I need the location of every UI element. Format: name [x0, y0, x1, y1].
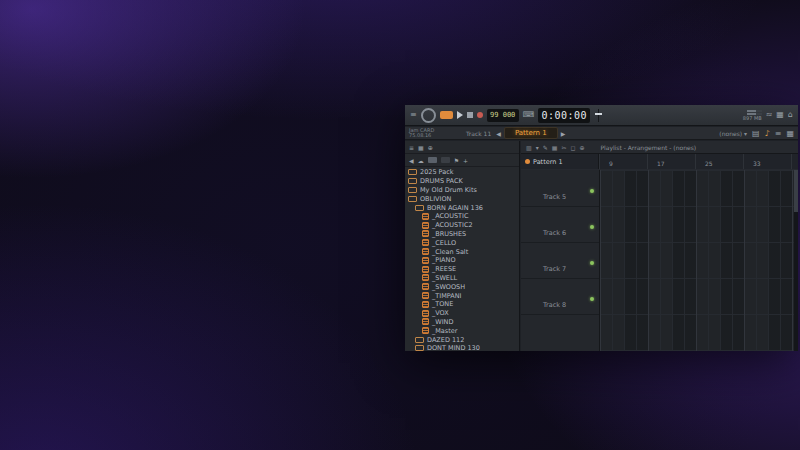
browser-item[interactable]: _Clean Salt — [405, 247, 519, 256]
timeline-ruler[interactable]: 9172533 — [599, 154, 798, 169]
track-name: Track 6 — [543, 229, 566, 237]
browser-item-label: _SWOOSH — [432, 283, 465, 291]
track-active-dot[interactable] — [590, 225, 594, 229]
playlist-menu-icon[interactable]: ▾ — [536, 144, 539, 151]
clip-source-icon[interactable]: ▥ — [526, 144, 532, 151]
browser-item[interactable]: _TONE — [405, 300, 519, 309]
browser-plus-icon[interactable]: + — [463, 157, 468, 164]
browser-item-label: _ACOUSTIC2 — [432, 221, 473, 229]
pattern-chip[interactable]: Pattern 1 — [521, 154, 599, 169]
browser-panel: ≡ ▦ ⊕ ◀ ☁ ⚑ + 2025 PackDRUMS PACKMy Old … — [405, 141, 520, 351]
ruler-number: 9 — [609, 160, 613, 167]
browser-grid-icon[interactable]: ▦ — [418, 144, 424, 151]
time-display[interactable]: 0:00:00 — [538, 108, 590, 123]
browser-item[interactable]: _REESE — [405, 265, 519, 274]
zoom-tool-icon[interactable]: ⊕ — [579, 144, 584, 151]
browser-item[interactable]: _ACOUSTIC — [405, 212, 519, 221]
folder-icon — [408, 196, 417, 202]
folder-icon — [415, 345, 424, 351]
browser-item[interactable]: _SWELL — [405, 274, 519, 283]
track-name-cell[interactable]: Track 7 — [521, 242, 599, 279]
draw-tool-icon[interactable]: ✎ — [543, 144, 548, 151]
playlist-grid[interactable] — [600, 170, 798, 351]
pattern-next-icon[interactable]: ▶ — [561, 130, 566, 137]
typing-to-piano-icon[interactable]: ⌨ — [523, 111, 535, 119]
tools-grid-icon[interactable]: ▦ — [776, 111, 784, 119]
playlist-toggle-icon[interactable]: ▤ — [752, 129, 760, 138]
browser-item[interactable]: 2025 Pack — [405, 168, 519, 177]
track-name: Track 5 — [543, 193, 566, 201]
browser-toolbar: ◀ ☁ ⚑ + — [405, 154, 519, 167]
paint-tool-icon[interactable]: ▦ — [552, 144, 558, 151]
folder-icon — [415, 337, 424, 343]
browser-item-label: 2025 Pack — [420, 168, 454, 176]
browser-item-label: _Clean Salt — [432, 248, 468, 256]
browser-tab-icon[interactable] — [428, 157, 437, 163]
sample-icon — [422, 222, 429, 229]
browser-item[interactable]: _VOX — [405, 309, 519, 318]
ruler-number: 17 — [657, 160, 665, 167]
wave-candy-icon[interactable]: ≈ — [766, 111, 773, 119]
play-button[interactable] — [457, 111, 463, 119]
sample-icon — [422, 248, 429, 255]
playlist-vertical-scrollbar[interactable] — [794, 170, 798, 351]
browser-item[interactable]: _SWOOSH — [405, 282, 519, 291]
record-button[interactable] — [477, 112, 483, 118]
browser-toggle-icon[interactable]: ▦ — [786, 129, 794, 138]
browser-menu-icon[interactable]: ≡ — [409, 144, 414, 151]
sample-icon — [422, 327, 429, 334]
typing-keyboard-badge-icon[interactable] — [440, 111, 453, 119]
browser-item-label: _PIANO — [432, 256, 456, 264]
browser-item-label: _BRUSHES — [432, 230, 466, 238]
mixer-toggle-icon[interactable]: ≡ — [775, 129, 782, 138]
delete-tool-icon[interactable]: ✂ — [561, 144, 566, 151]
jog-wheel-icon[interactable] — [421, 108, 436, 123]
stop-button[interactable] — [467, 112, 473, 118]
browser-back-icon[interactable]: ◀ — [409, 157, 414, 164]
track-active-dot[interactable] — [590, 189, 594, 193]
home-icon[interactable]: ⌂ — [788, 111, 793, 119]
browser-item[interactable]: DAZED 112 — [405, 335, 519, 344]
ruler-number: 25 — [705, 160, 713, 167]
browser-item[interactable]: _WIND — [405, 318, 519, 327]
select-tool-icon[interactable]: ◻ — [570, 144, 575, 151]
secondary-toolbar: Jam CARD 75.08.16 Track 11 ◀ Pattern 1 ▶… — [405, 127, 798, 140]
browser-item-label: DRUMS PACK — [420, 177, 463, 185]
main-toolbar: ≡ 99 000 ⌨ 0:00:00 897 MB ≈ ▦ ⌂ — [405, 105, 798, 126]
browser-item[interactable]: _ACOUSTIC2 — [405, 221, 519, 230]
track-name-cell[interactable]: Track 5 — [521, 170, 599, 207]
track-active-dot[interactable] — [590, 261, 594, 265]
sample-icon — [422, 310, 429, 317]
browser-item[interactable]: _TIMPANI — [405, 291, 519, 300]
browser-item[interactable]: DRUMS PACK — [405, 177, 519, 186]
pattern-selector-button[interactable]: Pattern 1 — [504, 127, 558, 139]
piano-roll-toggle-icon[interactable]: ♪ — [765, 129, 770, 138]
track-name: Track 8 — [543, 301, 566, 309]
pattern-prev-icon[interactable]: ◀ — [496, 130, 501, 137]
folder-icon — [415, 205, 424, 211]
browser-item[interactable]: OBLIVION — [405, 194, 519, 203]
browser-flag-icon[interactable]: ⚑ — [454, 157, 459, 164]
snap-dropdown[interactable]: (nones) ▾ — [719, 130, 747, 137]
browser-cloud-icon[interactable]: ☁ — [418, 157, 424, 164]
browser-add-icon[interactable]: ⊕ — [428, 144, 433, 151]
browser-item-label: BORN AGAIN 136 — [427, 204, 483, 212]
browser-item[interactable]: My Old Drum Kits — [405, 186, 519, 195]
browser-item[interactable]: BORN AGAIN 136 — [405, 203, 519, 212]
browser-item-label: My Old Drum Kits — [420, 186, 477, 194]
browser-item[interactable]: _CELLO — [405, 238, 519, 247]
memory-label: 897 MB — [743, 116, 762, 121]
main-menu-icon[interactable]: ≡ — [410, 111, 417, 119]
browser-tab-icon[interactable] — [441, 157, 450, 163]
pattern-color-dot — [525, 159, 530, 164]
browser-item[interactable]: _BRUSHES — [405, 230, 519, 239]
track-name-cell[interactable]: Track 6 — [521, 206, 599, 243]
browser-item[interactable]: _PIANO — [405, 256, 519, 265]
browser-item[interactable]: _Master — [405, 326, 519, 335]
master-volume-slider[interactable] — [594, 108, 603, 123]
browser-item[interactable]: DONT MIND 130 — [405, 344, 519, 351]
track-active-dot[interactable] — [590, 297, 594, 301]
track-name-cell[interactable]: Track 8 — [521, 278, 599, 315]
tempo-display[interactable]: 99 000 — [487, 109, 519, 122]
hint-line-2: 75.08.16 — [409, 133, 461, 139]
